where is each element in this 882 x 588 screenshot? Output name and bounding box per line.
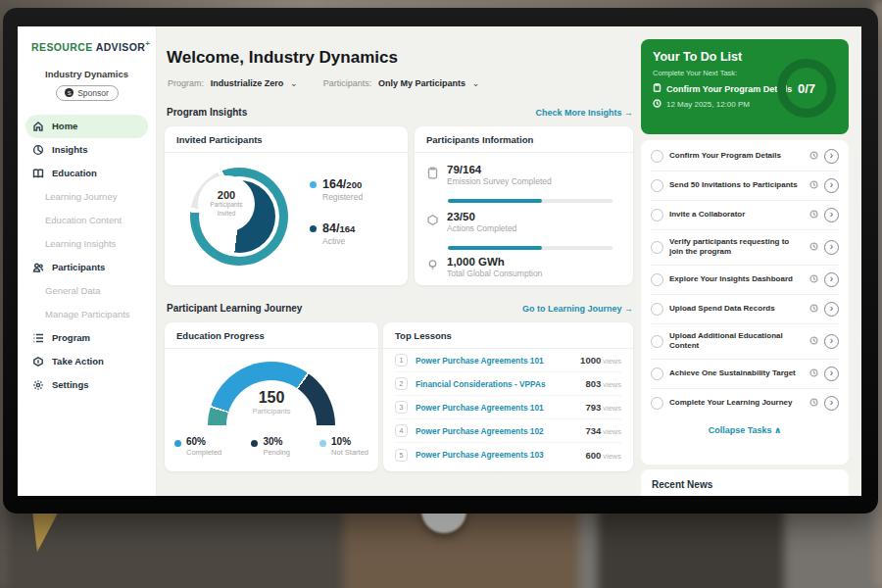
clipboard-icon — [426, 167, 439, 179]
legend-dot — [310, 181, 317, 188]
task-chevron-button[interactable]: › — [824, 396, 839, 411]
top-lessons-card: Top Lessons 1 Power Purchase Agreements … — [383, 322, 633, 471]
task-label: Complete Your Learning Journey — [669, 398, 804, 408]
learning-journey-header: Participant Learning Journey Go to Learn… — [167, 303, 633, 314]
sidebar-item-education[interactable]: Education — [18, 162, 156, 185]
sidebar-item-label: General Data — [45, 285, 101, 296]
collapse-tasks-link[interactable]: Collapse Tasks ∧ — [651, 417, 839, 435]
legend-label: Registered — [322, 192, 363, 202]
sidebar-menu: Home Insights Education Learning Journey… — [18, 115, 156, 397]
task-checkbox[interactable] — [651, 150, 663, 163]
task-chevron-button[interactable]: › — [824, 149, 839, 164]
lightbulb-icon — [426, 259, 439, 271]
lesson-title-link[interactable]: Power Purchase Agreements 101 — [416, 356, 572, 366]
recent-news-title: Recent News — [652, 479, 838, 490]
info-progress-fill — [448, 199, 542, 203]
sponsor-label: Sponsor — [77, 88, 109, 98]
task-checkbox[interactable] — [651, 335, 663, 348]
card-title: Education Progress — [165, 322, 378, 349]
lesson-title-link[interactable]: Power Purchase Agreements 101 — [416, 403, 577, 413]
lesson-views: 734 — [585, 425, 601, 436]
sidebar-item-learning-journey[interactable]: Learning Journey — [18, 185, 156, 209]
legend-label: Pending — [263, 448, 290, 457]
task-chevron-button[interactable]: › — [824, 178, 839, 193]
legend-label: Active — [322, 236, 355, 246]
monitor-bezel: RESOURCE ADVISOR+ Industry Dynamics S Sp… — [3, 8, 878, 514]
legend-item-registered: 164/200 Registered — [310, 177, 363, 202]
sidebar-item-label: Learning Insights — [45, 238, 116, 249]
task-chevron-button[interactable]: › — [824, 334, 839, 349]
lesson-row: 2 Financial Considerations - VPPAs 803vi… — [395, 372, 621, 396]
task-row: Upload Spend Data Records › — [651, 295, 839, 324]
lesson-views: 793 — [585, 402, 601, 413]
sidebar-item-participants[interactable]: Participants — [18, 256, 156, 279]
lesson-title-link[interactable]: Financial Considerations - VPPAs — [416, 379, 577, 389]
legend-label: Not Started — [331, 448, 368, 457]
task-checkbox[interactable] — [651, 273, 663, 286]
participants-filter[interactable]: Participants: Only My Participants ⌄ — [323, 77, 480, 88]
sidebar-item-label: Education Content — [45, 215, 122, 225]
task-row: Upload Additional Educational Content › — [651, 324, 839, 360]
sidebar-item-settings[interactable]: Settings — [18, 373, 156, 397]
task-label: Verify participants requesting to join t… — [669, 237, 804, 258]
todo-panel: Your To Do List Complete Your Next Task:… — [641, 26, 855, 496]
sidebar-item-label: Settings — [52, 379, 88, 390]
task-row: Send 50 Invitations to Participants › — [651, 172, 839, 201]
go-to-learning-journey-link[interactable]: Go to Learning Journey → — [522, 304, 633, 314]
sidebar-item-label: Take Action — [52, 356, 104, 367]
task-checkbox[interactable] — [651, 368, 663, 380]
list-icon — [32, 332, 44, 344]
task-chevron-button[interactable]: › — [824, 272, 839, 287]
actions-progress-bar — [448, 246, 612, 250]
todo-progress-value: 0/7 — [798, 81, 815, 96]
invited-participants-donut: 200 Participants Invited — [190, 168, 288, 266]
clock-icon — [809, 210, 818, 220]
legend-dot — [319, 440, 326, 447]
card-title: Participants Information — [415, 126, 633, 153]
lesson-views-suffix: views — [603, 427, 621, 436]
legend-item-not-started: 10% Not Started — [319, 436, 368, 457]
link-label: Collapse Tasks — [709, 425, 772, 435]
lesson-views-suffix: views — [603, 404, 621, 413]
task-checkbox[interactable] — [651, 303, 663, 316]
logo-secondary: ADVISOR — [96, 41, 146, 53]
gauge-legend: 60% Completed 30% Pending 10% Not Star — [174, 436, 368, 457]
task-row: Explore Your Insights Dashboard › — [651, 266, 839, 295]
donut-center: 200 Participants Invited — [198, 175, 255, 232]
sidebar-item-label: Insights — [52, 144, 87, 155]
task-checkbox[interactable] — [651, 397, 663, 410]
sidebar-item-learning-insights[interactable]: Learning Insights — [18, 232, 156, 256]
sidebar-item-general-data[interactable]: General Data — [18, 279, 156, 303]
sidebar-item-label: Participants — [52, 262, 105, 272]
gear-icon — [32, 379, 44, 391]
sidebar-item-take-action[interactable]: Take Action — [18, 350, 156, 373]
sidebar-item-home[interactable]: Home — [25, 115, 148, 138]
lesson-title-link[interactable]: Power Purchase Agreements 103 — [416, 450, 577, 460]
check-more-insights-link[interactable]: Check More Insights → — [535, 108, 633, 118]
info-value: 1,000 GWh — [447, 256, 542, 268]
sidebar-item-insights[interactable]: Insights — [18, 138, 156, 162]
clock-icon — [809, 151, 818, 162]
task-checkbox[interactable] — [651, 209, 663, 221]
task-checkbox[interactable] — [651, 179, 663, 192]
chevron-down-icon: ⌄ — [472, 78, 480, 88]
lesson-title-link[interactable]: Power Purchase Agreements 102 — [416, 426, 577, 436]
sidebar-item-program[interactable]: Program — [18, 326, 156, 350]
task-chevron-button[interactable]: › — [824, 367, 839, 381]
program-insights-header: Program Insights Check More Insights → — [167, 107, 633, 118]
gauge-center: 150 Participants — [208, 389, 335, 416]
info-label: Total Global Consumption — [447, 269, 542, 278]
legend-value: 30% — [263, 436, 290, 447]
sidebar-item-education-content[interactable]: Education Content — [18, 209, 156, 232]
task-chevron-button[interactable]: › — [824, 240, 839, 255]
todo-next-task: Confirm Your Program Details — [666, 84, 792, 94]
program-filter[interactable]: Program: Industrialize Zero ⌄ — [168, 77, 298, 88]
logo-primary: RESOURCE — [31, 41, 93, 53]
task-checkbox[interactable] — [651, 241, 663, 254]
program-filter-value: Industrialize Zero — [211, 78, 284, 88]
task-chevron-button[interactable]: › — [824, 208, 839, 222]
sidebar-item-manage-participants[interactable]: Manage Participants — [18, 303, 156, 326]
task-chevron-button[interactable]: › — [824, 302, 839, 317]
donut-legend: 164/200 Registered 84/164 Active — [310, 177, 363, 246]
clipboard-icon — [653, 83, 662, 94]
